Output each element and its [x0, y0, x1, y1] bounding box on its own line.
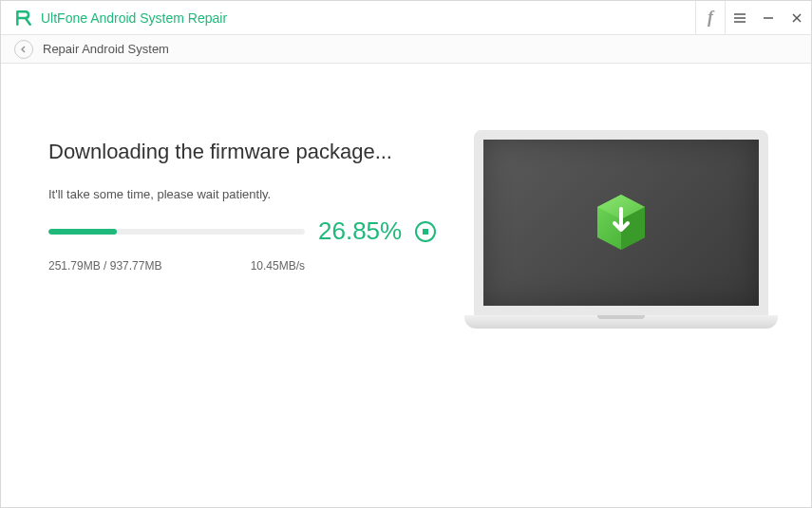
breadcrumb-bar: Repair Android System — [1, 35, 811, 64]
window-controls: f — [695, 1, 811, 34]
laptop-base — [464, 315, 778, 329]
download-subtext: It'll take some time, please wait patien… — [48, 187, 436, 201]
logo-section: UltFone Android System Repair — [1, 9, 227, 28]
download-size: 251.79MB / 937.77MB — [48, 259, 161, 273]
download-heading: Downloading the firmware package... — [48, 140, 436, 164]
laptop-screen — [474, 130, 768, 315]
close-button[interactable] — [783, 1, 811, 35]
laptop-illustration — [464, 130, 778, 329]
download-stats: 251.79MB / 937.77MB 10.45MB/s — [48, 259, 305, 273]
arrow-left-icon — [19, 45, 28, 54]
progress-fill — [48, 229, 117, 235]
illustration-panel — [464, 140, 778, 507]
close-icon — [791, 12, 803, 24]
facebook-button[interactable]: f — [696, 1, 725, 35]
titlebar: UltFone Android System Repair f — [1, 1, 811, 35]
app-title: UltFone Android System Repair — [41, 10, 227, 26]
minimize-button[interactable] — [754, 1, 783, 35]
app-logo-icon — [14, 9, 33, 28]
app-window: UltFone Android System Repair f — [0, 0, 812, 508]
download-panel: Downloading the firmware package... It'l… — [48, 140, 464, 507]
hamburger-icon — [733, 11, 746, 25]
minimize-icon — [763, 12, 774, 24]
facebook-icon: f — [708, 8, 713, 28]
download-speed: 10.45MB/s — [251, 259, 305, 273]
progress-bar — [48, 229, 305, 235]
main-content: Downloading the firmware package... It'l… — [1, 64, 811, 507]
stop-icon — [423, 229, 428, 235]
package-download-icon — [588, 190, 654, 256]
progress-percent: 26.85% — [318, 216, 402, 246]
stop-button[interactable] — [415, 221, 436, 242]
back-button[interactable] — [14, 40, 33, 59]
menu-button[interactable] — [726, 1, 754, 35]
breadcrumb-label: Repair Android System — [43, 42, 169, 56]
progress-row: 26.85% — [48, 216, 436, 246]
